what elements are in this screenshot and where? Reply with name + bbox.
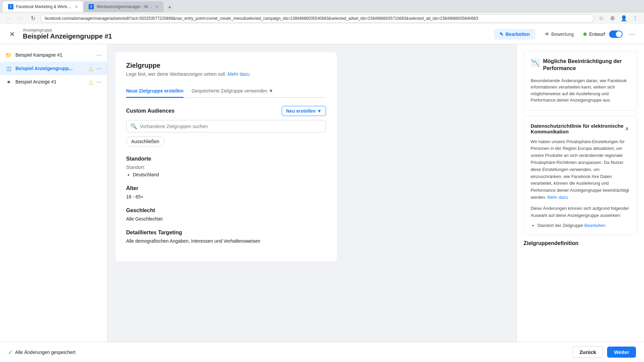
impact-item-text: Standort der Zielgruppe [537,223,583,228]
neu-erstellen-button[interactable]: Neu erstellen ▼ [282,106,326,116]
tab-new-zielgruppe[interactable]: Neue Zielgruppe erstellen [126,85,183,98]
impact-item: Standort der Zielgruppe Bearbeiten [537,223,630,228]
performance-desc: Bevorstehende Änderungen daran, wie Face… [531,77,630,104]
standort-item: Deutschland [133,172,326,177]
campaign-more-icon[interactable]: ⋯ [96,52,102,58]
ad-warning-icon: △ [89,79,93,85]
weiter-label: Weiter [614,349,629,355]
geschlecht-section: Geschlecht Alle Geschlechter [126,207,326,222]
status-label: Entwurf [589,32,605,37]
datenschutz-text1-content: Wir haben unsere Privatsphäre-Einstellun… [531,139,629,200]
right-panel: 📉 Mögliche Beeinträchtigung der Performa… [517,44,644,342]
bewertung-button[interactable]: 👁 Bewertung [539,29,579,40]
more-options-button[interactable]: ⋯ [627,29,637,40]
content-card: Zielgruppe Lege fest, wer deine Werbeanz… [115,52,337,261]
body-layout: 📁 Beispiel Kampagne #1 ⋯ ◫ Beispiel Anze… [0,44,644,342]
ad-item-name: Beispiel Anzeige #1 [15,79,86,84]
ad-more-icon[interactable]: ⋯ [96,79,102,85]
chevron-down-icon: ▼ [269,88,273,94]
datenschutz-text2: Diese Änderungen können sich aufgrund fo… [531,205,630,219]
alter-label: Alter [126,185,326,191]
performance-title: Mögliche Beeinträchtigung der Performanc… [543,58,630,72]
standorte-label: Standorte [126,156,326,162]
standorte-section: Standorte Standort: Deutschland [126,156,326,177]
search-box: 🔍 [126,120,326,132]
tab-title-1: Facebook Marketing & Werbe... [16,4,72,9]
bearbeiten-label: Bearbeiten [505,32,530,37]
tab-close-1[interactable]: × [75,4,78,9]
sidebar-item-ad[interactable]: ■ Beispiel Anzeige #1 △ ⋯ [0,75,107,88]
new-tab-button[interactable]: + [165,3,174,12]
close-button[interactable]: ✕ [7,29,17,40]
tab-close-2[interactable]: × [156,4,158,9]
bearbeiten-button[interactable]: ✎ Bearbeiten [494,29,535,40]
status-entwurf: Entwurf [583,32,605,37]
zuruck-button[interactable]: Zurück [572,346,603,358]
datenschutz-mehr-dazu-link[interactable]: Mehr dazu [547,195,568,200]
tab-new-label: Neue Zielgruppe erstellen [126,88,183,94]
tab-saved-label: Gespeicherte Zielgruppe verwenden [192,88,267,94]
address-bar[interactable]: facebook.com/adsmanager/manage/adsets/ed… [40,14,594,23]
toggle-circle [616,31,622,37]
alter-value: 18 - 65+ [126,194,326,199]
chevron-down-icon-btn: ▼ [317,108,322,114]
adset-icon-wrapper: ◫ [5,65,12,72]
impact-list: Standort der Zielgruppe Bearbeiten [531,223,630,228]
menu-icon[interactable]: ⋮ [631,14,640,23]
targeting-section: Detailliertes Targeting Alle demografisc… [126,230,326,244]
section-desc: Lege fest, wer deine Werbeanzeigen sehen… [126,71,326,77]
address-text: facebook.com/adsmanager/manage/adsets/ed… [45,16,478,21]
alter-section: Alter 18 - 65+ [126,185,326,199]
header-subtitle: Anzeigengruppe [23,28,112,33]
mehr-dazu-link[interactable]: Mehr dazu [228,71,250,77]
targeting-label: Detailliertes Targeting [126,230,326,236]
impact-item-link[interactable]: Bearbeiten [584,223,605,228]
bookmark-icon[interactable]: ☆ [596,14,606,23]
app: ✕ Anzeigengruppe Beispiel Anzeigengruppe… [0,24,644,362]
ausschliessen-button[interactable]: Ausschließen [126,136,164,146]
adset-more-icon[interactable]: ⋯ [96,65,102,72]
tab-title-2: Werbeanzeigenmanager - Wer... [97,4,153,9]
footer: ✓ Alle Änderungen gespeichert Zurück Wei… [0,342,644,362]
campaign-item-name: Beispiel Kampagne #1 [15,52,93,58]
search-icon: 🔍 [130,123,137,129]
reload-button[interactable]: ↻ [28,14,38,23]
standorte-sublabel: Standort: [126,165,326,170]
status-dot [583,33,587,36]
bewertung-label: Bewertung [551,32,574,37]
pencil-icon: ✎ [499,32,503,37]
custom-audiences-header: Custom Audiences Neu erstellen ▼ [126,106,326,116]
folder-icon: 📁 [5,52,12,58]
collapse-button[interactable]: ∧ [624,124,630,133]
adset-item-name: Beispiel Anzeigengrupp... [15,66,86,71]
datenschutz-text1: Wir haben unsere Privatsphäre-Einstellun… [531,138,630,201]
datenschutz-title: Datenschutzrichtlinie für elektronische … [531,123,624,134]
browser-tab-inactive[interactable]: f Werbeanzeigenmanager - Wer... × [83,1,164,12]
sidebar: 📁 Beispiel Kampagne #1 ⋯ ◫ Beispiel Anze… [0,44,107,342]
geschlecht-value: Alle Geschlechter [126,216,326,222]
sidebar-item-campaign[interactable]: 📁 Beispiel Kampagne #1 ⋯ [0,48,107,62]
section-title: Zielgruppe [126,62,326,69]
datenschutz-card: Datenschutzrichtlinie für elektronische … [524,116,637,235]
sidebar-item-adset[interactable]: ◫ Beispiel Anzeigengrupp... △ ⋯ [0,62,107,75]
ausschliessen-label: Ausschließen [131,139,159,144]
header: ✕ Anzeigengruppe Beispiel Anzeigengruppe… [0,24,644,44]
tab-favicon-2: f [89,4,94,9]
search-input[interactable] [140,124,322,129]
targeting-value: Alle demografischen Angaben, Interessen … [126,238,326,244]
trend-icon: 📉 [531,59,540,67]
browser-tab-active[interactable]: f Facebook Marketing & Werbe... × [3,1,83,12]
header-title-block: Anzeigengruppe Beispiel Anzeigengruppe #… [23,28,112,40]
forward-button[interactable]: → [16,14,25,23]
status-toggle[interactable] [609,31,623,38]
weiter-button[interactable]: Weiter [607,347,636,358]
back-button[interactable]: ← [4,14,13,23]
ad-icon-wrapper: ■ [5,78,12,85]
profile-icon[interactable]: 👤 [619,14,629,23]
tab-saved-zielgruppe[interactable]: Gespeicherte Zielgruppe verwenden ▼ [192,85,273,98]
performance-card: 📉 Mögliche Beeinträchtigung der Performa… [524,51,637,111]
standorte-list: Deutschland [126,172,326,177]
adset-warning-icon: △ [89,65,93,72]
extension-icon[interactable]: ⚙ [608,14,617,23]
ad-icon: ■ [7,79,10,84]
